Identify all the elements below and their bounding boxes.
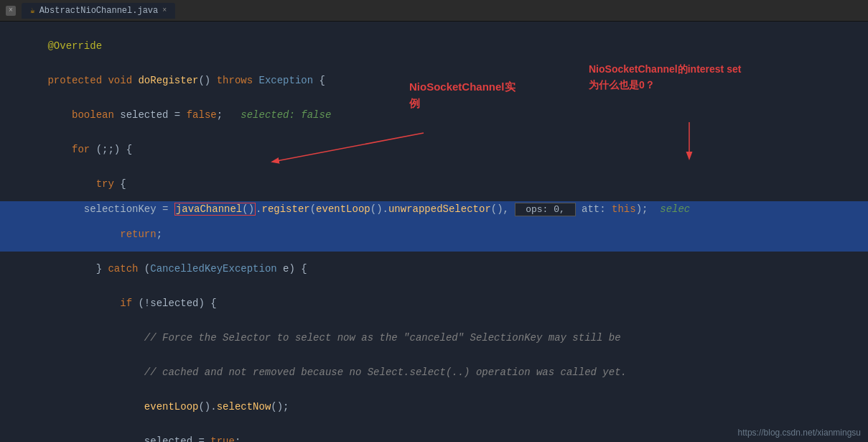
code-line-3: boolean selected = false; selected: fals…	[0, 98, 868, 132]
code-editor: @Override protected void doRegister() th…	[0, 22, 868, 442]
code-line-8: } catch (CancelledKeyException e) {	[0, 252, 868, 286]
code-line-2: protected void doRegister() throws Excep…	[0, 63, 868, 98]
fn-eventloop2: eventLoop	[144, 401, 199, 413]
type-exception: Exception	[259, 75, 314, 86]
select-tail: selec	[660, 203, 690, 215]
code-line-9: if (!selected) {	[0, 286, 868, 321]
kw-boolean: boolean	[72, 109, 120, 121]
kw-protected: protected	[47, 75, 108, 86]
comment-selected: selected: false	[241, 109, 331, 121]
fn-eventloop: eventLoop	[316, 203, 370, 215]
fn-doregister: doRegister	[138, 75, 198, 86]
fn-register: register	[261, 203, 309, 215]
title-bar: × ☕ AbstractNioChannel.java ×	[0, 0, 868, 22]
kw-catch: catch	[108, 263, 144, 275]
code-line-5: try {	[0, 167, 868, 201]
code-line-7: return;	[0, 217, 868, 252]
annotation-override: @Override	[47, 40, 102, 52]
code-line-6: selectionKey = javaChannel().register(ev…	[0, 201, 868, 217]
type-cancelled: CancelledKeyException	[150, 263, 276, 275]
code-line-10: // Force the Selector to select now as t…	[0, 321, 868, 355]
comment-force: // Force the Selector to select now as t…	[47, 332, 620, 344]
kw-try: try	[96, 178, 121, 190]
kw-void: void	[108, 75, 138, 86]
watermark: https://blog.csdn.net/xianmingsu	[738, 428, 861, 438]
file-tab[interactable]: ☕ AbstractNioChannel.java ×	[22, 3, 175, 19]
kw-true: true	[210, 436, 235, 442]
code-line-1: @Override	[0, 29, 868, 63]
tab-filename: AbstractNioChannel.java	[39, 6, 159, 16]
fn-selectnow: selectNow	[217, 401, 271, 413]
code-line-4: for (;;) {	[0, 132, 868, 167]
tab-close-button[interactable]: ×	[162, 6, 167, 14]
fn-unwrapped: unwrappedSelector	[388, 203, 491, 215]
java-channel-box: javaChannel()	[174, 203, 256, 216]
comment-cached: // cached and not removed because no Sel…	[47, 367, 627, 378]
kw-false1: false	[187, 109, 217, 121]
kw-return: return	[120, 229, 156, 240]
java-file-icon: ☕	[30, 6, 35, 15]
window-close-button[interactable]: ×	[6, 6, 16, 16]
kw-if: if	[120, 298, 138, 309]
ops-hint-box: ops: 0,	[515, 203, 575, 216]
code-line-11: // cached and not removed because no Sel…	[0, 355, 868, 390]
code-line-12: eventLoop().selectNow();	[0, 390, 868, 424]
kw-this: this	[612, 203, 636, 215]
kw-for: for	[72, 144, 96, 155]
kw-throws: throws	[217, 75, 259, 86]
